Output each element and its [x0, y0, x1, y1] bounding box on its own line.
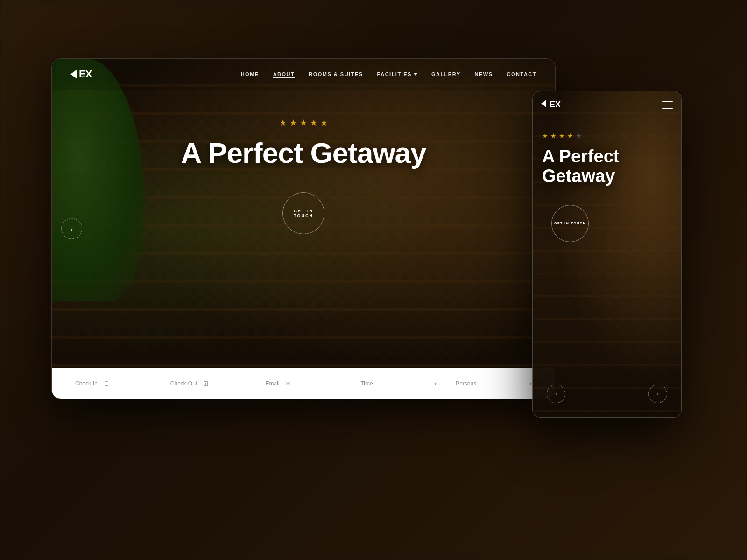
booking-bar: Check-In 🗓 Check-Out 🗓 Email ✉ Time ▾ Pe… — [52, 368, 555, 399]
desktop-logo[interactable]: EX — [70, 68, 92, 80]
nav-rooms[interactable]: ROOMS & SUITES — [309, 71, 363, 77]
mobile-hero-content: ★ ★ ★ ★ ★ A Perfect Getaway GET IN TOUCH — [533, 118, 681, 242]
nav-facilities-label: FACILITIES — [377, 71, 412, 77]
star-5: ★ — [320, 118, 328, 128]
nav-contact[interactable]: CONTACT — [507, 71, 536, 77]
mobile-star-3: ★ — [559, 132, 565, 140]
calendar-icon: 🗓 — [103, 380, 110, 387]
mobile-nav: EX — [533, 91, 681, 118]
hamburger-line-3 — [662, 108, 673, 109]
get-in-touch-button[interactable]: GET IN TOUCH — [282, 192, 324, 234]
time-label: Time — [360, 380, 373, 387]
chevron-down-icon-persons: ▾ — [529, 381, 532, 386]
email-icon: ✉ — [285, 380, 291, 387]
desktop-mockup: EX HOME ABOUT ROOMS & SUITES FACILITIES … — [51, 58, 556, 399]
mobile-cta-label: GET IN TOUCH — [554, 222, 586, 225]
persons-label: Persons — [456, 380, 476, 387]
desktop-nav: EX HOME ABOUT ROOMS & SUITES FACILITIES … — [52, 59, 555, 90]
desktop-hero-content: ★ ★ ★ ★ ★ A Perfect Getaway GET IN TOUCH — [52, 90, 555, 234]
scene: EX HOME ABOUT ROOMS & SUITES FACILITIES … — [28, 35, 719, 525]
mobile-get-in-touch-button[interactable]: GET IN TOUCH — [551, 205, 589, 242]
calendar-icon-2: 🗓 — [203, 380, 209, 387]
mobile-star-5: ★ — [576, 132, 582, 140]
rating-stars: ★ ★ ★ ★ ★ — [279, 118, 328, 128]
cta-label: GET IN TOUCH — [283, 209, 324, 218]
nav-news[interactable]: NEWS — [475, 71, 493, 77]
mobile-logo-arrow — [541, 100, 546, 107]
checkin-field[interactable]: Check-In 🗓 — [66, 368, 161, 399]
star-3: ★ — [300, 118, 307, 128]
nav-gallery[interactable]: GALLERY — [431, 71, 461, 77]
hamburger-line-1 — [662, 101, 673, 102]
checkin-label: Check-In — [75, 380, 98, 387]
chevron-down-icon-time: ▾ — [434, 381, 437, 386]
nav-about[interactable]: ABOUT — [273, 71, 295, 77]
email-label: Email — [266, 380, 280, 387]
star-4: ★ — [310, 118, 317, 128]
nav-home[interactable]: HOME — [241, 71, 259, 77]
mobile-prev-button[interactable]: ‹ — [547, 385, 565, 403]
prev-slide-button[interactable]: ‹ — [61, 218, 82, 239]
checkout-field[interactable]: Check-Out 🗓 — [161, 368, 256, 399]
logo-arrow-icon — [70, 70, 77, 79]
hero-title: A Perfect Getaway — [181, 137, 426, 169]
mobile-star-2: ★ — [550, 132, 557, 140]
nav-facilities[interactable]: FACILITIES — [377, 71, 417, 77]
mobile-hero: EX ★ ★ ★ ★ ★ A Perfect Getaway — [533, 91, 681, 417]
hamburger-menu-button[interactable] — [662, 101, 673, 109]
mobile-star-1: ★ — [542, 132, 548, 140]
hamburger-line-2 — [662, 105, 673, 105]
email-field[interactable]: Email ✉ — [256, 368, 352, 399]
mobile-nav-arrows: ‹ › — [533, 385, 681, 403]
nav-links: HOME ABOUT ROOMS & SUITES FACILITIES GAL… — [241, 71, 536, 77]
checkout-label: Check-Out — [170, 380, 197, 387]
star-1: ★ — [279, 118, 287, 128]
persons-field[interactable]: Persons ▾ — [446, 368, 541, 399]
mobile-rating-stars: ★ ★ ★ ★ ★ — [542, 132, 672, 140]
chevron-down-icon — [414, 73, 417, 76]
mobile-logo-text: EX — [550, 100, 561, 109]
star-2: ★ — [289, 118, 297, 128]
time-field[interactable]: Time ▾ — [351, 368, 446, 399]
mobile-logo[interactable]: EX — [541, 100, 561, 110]
cta-circle: GET IN TOUCH — [282, 192, 324, 234]
logo-text: EX — [79, 68, 92, 80]
mobile-star-4: ★ — [567, 132, 573, 140]
mobile-hero-title: A Perfect Getaway — [542, 147, 672, 186]
desktop-hero: EX HOME ABOUT ROOMS & SUITES FACILITIES … — [52, 59, 555, 399]
mobile-mockup: EX ★ ★ ★ ★ ★ A Perfect Getaway — [532, 91, 682, 418]
mobile-next-button[interactable]: › — [648, 385, 667, 403]
